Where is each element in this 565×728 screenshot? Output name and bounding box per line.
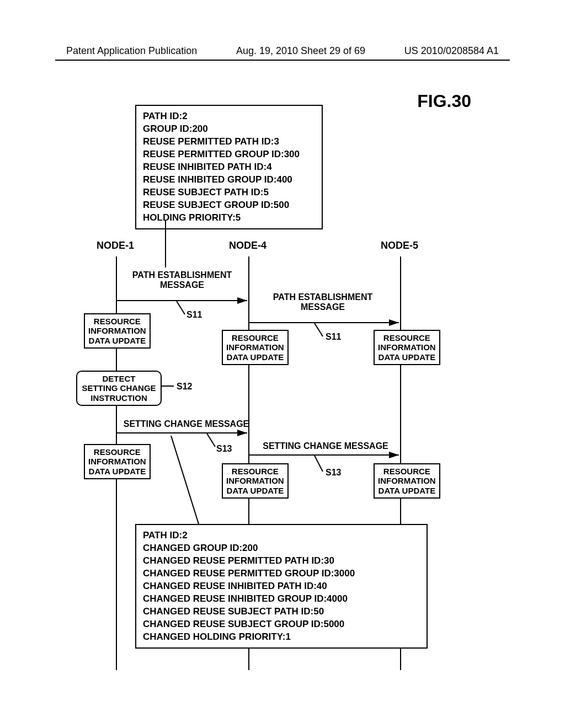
step-s11-b: S11 [326, 332, 341, 342]
resource-update-node4-b: RESOURCE INFORMATION DATA UPDATE [222, 463, 289, 499]
info-line: CHANGED REUSE INHIBITED GROUP ID:4000 [143, 593, 420, 606]
resource-update-node5-a: RESOURCE INFORMATION DATA UPDATE [374, 330, 440, 365]
info-line: CHANGED REUSE INHIBITED PATH ID:40 [143, 580, 420, 593]
info-line: REUSE INHIBITED PATH ID:4 [143, 161, 315, 174]
info-line: REUSE PERMITTED GROUP ID:300 [143, 148, 315, 161]
header-rule [55, 60, 510, 61]
path-establishment-msg-2-label: PATH ESTABLISHMENT MESSAGE [254, 292, 392, 312]
path-establishment-info-box: PATH ID:2 GROUP ID:200 REUSE PERMITTED P… [135, 105, 323, 229]
detect-setting-change-box: DETECT SETTING CHANGE INSTRUCTION [76, 371, 162, 406]
header-pubnum: US 2010/0208584 A1 [404, 45, 499, 57]
info-line: CHANGED REUSE SUBJECT GROUP ID:5000 [143, 618, 420, 631]
node-1-label: NODE-1 [97, 240, 134, 251]
setting-change-msg-1-label: SETTING CHANGE MESSAGE [121, 419, 251, 429]
node-5-label: NODE-5 [381, 240, 418, 251]
info-line: REUSE SUBJECT GROUP ID:500 [143, 199, 315, 212]
step-s13-b: S13 [326, 468, 341, 478]
info-line: CHANGED REUSE SUBJECT PATH ID:50 [143, 606, 420, 618]
info-line: GROUP ID:200 [143, 123, 315, 136]
svg-line-10 [171, 436, 199, 524]
resource-update-node5-b: RESOURCE INFORMATION DATA UPDATE [374, 463, 440, 499]
setting-change-info-box: PATH ID:2 CHANGED GROUP ID:200 CHANGED R… [135, 524, 428, 649]
info-line: CHANGED REUSE PERMITTED PATH ID:30 [143, 555, 420, 568]
info-line: HOLDING PRIORITY:5 [143, 212, 315, 224]
info-line: PATH ID:2 [143, 529, 420, 542]
svg-line-9 [315, 456, 323, 472]
info-line: REUSE INHIBITED GROUP ID:400 [143, 174, 315, 186]
header-sheet: Aug. 19, 2010 Sheet 29 of 69 [236, 45, 365, 57]
sequence-diagram: PATH ID:2 GROUP ID:200 REUSE PERMITTED P… [66, 105, 497, 678]
info-line: PATH ID:2 [143, 110, 315, 123]
info-line: CHANGED REUSE PERMITTED GROUP ID:3000 [143, 568, 420, 580]
resource-update-node4-a: RESOURCE INFORMATION DATA UPDATE [222, 330, 289, 365]
step-s11-a: S11 [186, 310, 202, 320]
resource-update-node1-b: RESOURCE INFORMATION DATA UPDATE [84, 444, 151, 479]
step-s12: S12 [177, 382, 192, 392]
info-line: REUSE SUBJECT PATH ID:5 [143, 186, 315, 199]
info-line: REUSE PERMITTED PATH ID:3 [143, 136, 315, 148]
svg-line-4 [315, 323, 323, 336]
info-line: CHANGED HOLDING PRIORITY:1 [143, 631, 420, 644]
resource-update-node1-a: RESOURCE INFORMATION DATA UPDATE [84, 313, 151, 349]
info-line: CHANGED GROUP ID:200 [143, 542, 420, 555]
step-s13-a: S13 [216, 444, 232, 454]
header-publication: Patent Application Publication [66, 45, 197, 57]
setting-change-msg-2-label: SETTING CHANGE MESSAGE [254, 441, 397, 451]
svg-line-8 [207, 433, 215, 447]
node-4-label: NODE-4 [229, 240, 266, 251]
page-header: Patent Application Publication Aug. 19, … [0, 45, 565, 57]
svg-line-3 [177, 301, 185, 314]
path-establishment-msg-1-label: PATH ESTABLISHMENT MESSAGE [121, 270, 243, 290]
